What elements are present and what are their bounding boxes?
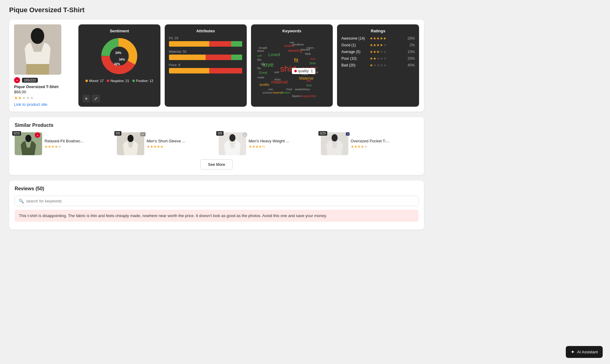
rating-label-bad: Bad (20): [341, 63, 367, 67]
similar-item-3[interactable]: 0/9 G Men's Heavy Weight ... ★★★★½: [219, 132, 317, 155]
see-more-button[interactable]: See More: [200, 159, 233, 170]
similar-products-section: Similar Products 0/15 ●: [9, 117, 424, 175]
attr-seg-red: [206, 55, 231, 60]
rating-stars-average: ★★★★★: [370, 50, 387, 54]
sim-name-3: Men's Heavy Weight ...: [249, 139, 317, 143]
attr-row-material: Material: 50: [169, 50, 242, 60]
word-black: Black: [257, 49, 264, 52]
attributes-rows: Fit: 29 Material: 50: [169, 36, 242, 77]
page-title: Pique Oversized T-Shirt: [9, 6, 424, 14]
reviews-section: Reviews (50) 🔍 This t-shirt is disappoin…: [9, 180, 424, 230]
chart-controls: ≡ ⤢: [83, 95, 156, 102]
rating-label-awesome: Awesome (14): [341, 36, 367, 41]
word-wearing: wearing: [288, 48, 302, 53]
legend-positive-label: Positive: 12: [136, 79, 153, 83]
word-time: time: [310, 61, 316, 65]
similar-img-wrap-2: 0/6 NF: [117, 132, 144, 155]
legend-negative-label: Negative: 21: [110, 79, 129, 83]
attr-seg-green: [231, 41, 242, 47]
word-quality: quality: [260, 83, 269, 86]
word-summer: summer: [263, 91, 273, 94]
sim-stars-3: ★★★★½: [249, 145, 317, 149]
chart-cards: Sentiment: [78, 24, 419, 107]
product-stars: ★★★★★: [14, 95, 74, 100]
reviews-search-input[interactable]: [26, 199, 414, 203]
reviews-list: This t-shirt is disappointing. The fabri…: [15, 210, 418, 222]
rating-stars-awesome: ★★★★★: [370, 36, 386, 41]
ratings-rows: Awesome (14) ★★★★★ 28% Good (1) ★★★★★ 2%: [341, 36, 415, 70]
word-fit: fit: [294, 57, 298, 64]
rating-pct-poor: 20%: [407, 56, 415, 61]
sim-brand-icon-1: ●: [35, 132, 40, 138]
sim-name-4: Oversized Pocket T-...: [351, 139, 419, 143]
rating-row-average: Average (5) ★★★★★ 10%: [341, 50, 415, 54]
word-store: store: [298, 43, 304, 46]
word-cloud-container: shirt love fit fabric Loved wearing Mate…: [255, 36, 329, 102]
attr-seg-orange: [169, 68, 209, 73]
rating-row-bad: Bad (20) ★★★★★ 40%: [341, 63, 415, 67]
similar-img-wrap-1: 0/15 ●: [15, 132, 42, 155]
reviews-search-bar[interactable]: 🔍: [15, 196, 418, 206]
svg-point-15: [127, 135, 134, 142]
word-look: look: [305, 52, 310, 55]
ratings-card: Ratings Awesome (14) ★★★★★ 28% Good (1): [337, 24, 419, 107]
word-well: well: [274, 71, 279, 74]
rating-pct-bad: 40%: [407, 63, 415, 67]
word-like: like: [257, 58, 262, 61]
see-more-wrap: See More: [15, 159, 418, 170]
brand-icon: ●: [14, 77, 20, 83]
sim-info-2: Men's Short-Sleeve ... ★★★★★: [147, 139, 215, 149]
word-fits: fits: [257, 67, 261, 70]
link-to-product-site[interactable]: Link to product site: [14, 102, 74, 107]
svg-point-7: [111, 48, 128, 65]
attr-label-material: Material: 50: [169, 50, 242, 53]
rating-pct-average: 10%: [407, 50, 415, 54]
sim-info-1: Relaxed-Fit Boatnec... ★★★★★: [45, 139, 113, 149]
sim-count-2: 0/6: [114, 131, 122, 136]
similar-img-3: [219, 132, 246, 155]
word-loved: Loved: [268, 52, 280, 57]
attr-bar-fit: [169, 41, 242, 47]
similar-products-grid: 0/15 ● Relaxed-Fit Boatnec... ★: [15, 132, 418, 155]
sim-count-1: 0/15: [12, 131, 21, 136]
attr-label-fit: Fit: 29: [169, 36, 242, 40]
svg-point-20: [332, 134, 338, 141]
product-main-card: ● 185/222 Pique Oversized T-Shirt $68.00…: [9, 20, 424, 112]
expand-button[interactable]: ⤢: [92, 95, 100, 102]
svg-text:34%: 34%: [119, 58, 125, 61]
reviews-section-title: Reviews (50): [15, 186, 418, 191]
rating-label-poor: Poor (10): [341, 56, 367, 61]
svg-point-18: [229, 134, 235, 141]
product-image: [14, 24, 61, 75]
sim-count-3: 0/9: [216, 131, 224, 136]
legend-negative: Negative: 21: [107, 79, 129, 83]
product-price: $68.00: [14, 90, 74, 94]
similar-item-2[interactable]: 0/6 NF Men's Short-Sleeve ... ★: [117, 132, 215, 155]
rating-pct-good: 2%: [410, 43, 415, 47]
ratings-title: Ratings: [341, 29, 415, 33]
sentiment-card: Sentiment: [78, 24, 160, 107]
rating-row-poor: Poor (10) ★★★★★ 20%: [341, 56, 415, 61]
rating-stars-poor: ★★★★★: [370, 56, 387, 61]
attr-seg-red: [209, 41, 231, 47]
legend-positive: Positive: 12: [132, 79, 153, 83]
similar-item-4[interactable]: 0/29 U Oversized Pocket T-... ★★★★★: [321, 132, 419, 155]
tooltip-count: 1: [311, 69, 313, 73]
attr-bar-price: [169, 68, 242, 73]
word-material-sm: Material: [273, 91, 282, 94]
similar-item-1[interactable]: 0/15 ● Relaxed-Fit Boatnec... ★: [15, 132, 113, 155]
svg-point-12: [25, 135, 31, 142]
word-wanted: Wanted: [301, 48, 310, 51]
sim-stars-1: ★★★★★: [45, 145, 113, 149]
sim-stars-2: ★★★★★: [147, 145, 215, 149]
attr-row-fit: Fit: 29: [169, 36, 242, 47]
tooltip-word: quality:: [298, 69, 310, 73]
rating-label-good: Good (1): [341, 43, 367, 47]
donut-legend: Mixed: 17 Negative: 21 Positive: 12: [85, 79, 153, 83]
word-one: one: [268, 88, 273, 91]
filter-button[interactable]: ≡: [83, 95, 90, 102]
rating-pct-awesome: 28%: [407, 36, 415, 41]
sim-name-1: Relaxed-Fit Boatnec...: [45, 139, 113, 143]
review-item-1: This t-shirt is disappointing. The fabri…: [15, 210, 418, 222]
sentiment-title: Sentiment: [83, 29, 156, 33]
